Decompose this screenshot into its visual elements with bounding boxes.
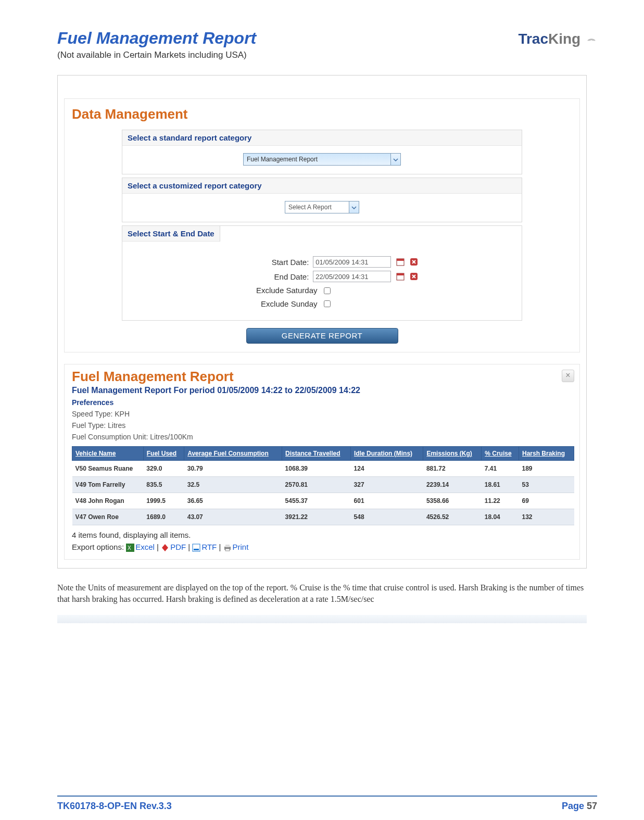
report-title: Fuel Management Report (72, 369, 574, 385)
table-cell: 2570.81 (282, 477, 351, 493)
table-cell: V50 Seamus Ruane (72, 461, 144, 477)
custom-report-select[interactable]: Select A Report (285, 201, 349, 213)
date-block-label: Select Start & End Date (122, 226, 220, 242)
logo-part1: Trac (518, 31, 548, 47)
table-cell: 43.07 (184, 509, 282, 525)
close-icon[interactable]: × (562, 370, 574, 382)
table-cell: 189 (519, 461, 574, 477)
calendar-icon[interactable] (396, 258, 405, 267)
table-cell: 2239.14 (423, 477, 482, 493)
date-block: Select Start & End Date Start Date: End … (122, 225, 522, 321)
table-header[interactable]: Emissions (Kg) (423, 447, 482, 461)
excel-icon: X (126, 544, 134, 552)
table-cell: 5455.37 (282, 493, 351, 509)
table-header[interactable]: Average Fuel Consumption (184, 447, 282, 461)
data-management-panel: Data Management Select a standard report… (64, 98, 580, 352)
svg-rect-9 (194, 549, 199, 550)
table-cell: 601 (351, 493, 423, 509)
screenshot-frame: Data Management Select a standard report… (57, 75, 587, 569)
table-cell: 7.41 (482, 461, 519, 477)
svg-rect-4 (397, 273, 404, 275)
table-cell: 3921.22 (282, 509, 351, 525)
export-pdf-link[interactable]: PDF (170, 543, 186, 551)
signal-icon (586, 30, 597, 46)
table-cell: 69 (519, 493, 574, 509)
logo-part2: King (548, 31, 580, 47)
brand-logo: TracKing (518, 31, 597, 47)
table-cell: 30.79 (184, 461, 282, 477)
exclude-saturday-checkbox[interactable] (324, 287, 331, 294)
standard-report-label: Select a standard report category (122, 130, 522, 146)
table-cell: 124 (351, 461, 423, 477)
table-cell: 4526.52 (423, 509, 482, 525)
table-row: V49 Tom Farrelly835.532.52570.813272239.… (72, 477, 574, 493)
calendar-icon[interactable] (396, 272, 405, 282)
table-cell: 11.22 (482, 493, 519, 509)
export-rtf-link[interactable]: RTF (201, 543, 217, 551)
footer-page-label: Page (562, 801, 587, 811)
table-cell: 36.65 (184, 493, 282, 509)
exclude-saturday-label: Exclude Saturday (234, 286, 322, 295)
export-options: Export options: XExcel | PDF | RTF | Pri… (72, 543, 574, 552)
standard-report-block: Select a standard report category Fuel M… (122, 130, 522, 174)
table-header[interactable]: Distance Travelled (282, 447, 351, 461)
svg-rect-12 (225, 549, 230, 551)
explanatory-note: Note the Units of measurement are displa… (57, 582, 587, 604)
table-cell: V49 Tom Farrelly (72, 477, 144, 493)
report-fuel-type: Fuel Type: Litres (72, 421, 574, 430)
table-cell: 327 (351, 477, 423, 493)
generate-report-button[interactable]: GENERATE REPORT (246, 328, 398, 344)
svg-text:X: X (128, 545, 131, 551)
table-header[interactable]: % Cruise (482, 447, 519, 461)
table-cell: 132 (519, 509, 574, 525)
print-icon (223, 544, 232, 552)
table-cell: 18.04 (482, 509, 519, 525)
export-prefix: Export options: (72, 543, 124, 551)
table-cell: 1999.5 (143, 493, 184, 509)
clear-date-icon[interactable] (409, 258, 419, 267)
clear-date-icon[interactable] (409, 272, 419, 282)
pdf-icon (161, 544, 169, 552)
end-date-label: End Date: (225, 272, 313, 281)
table-cell: 1068.39 (282, 461, 351, 477)
dm-heading: Data Management (65, 99, 579, 127)
page-footer: TK60178-8-OP-EN Rev.3.3 Page 57 (57, 796, 597, 812)
table-row: V48 John Rogan1999.536.655455.376015358.… (72, 493, 574, 509)
report-preferences-label: Preferences (72, 398, 574, 407)
chevron-down-icon[interactable] (391, 153, 401, 166)
table-cell: 1689.0 (143, 509, 184, 525)
svg-rect-11 (225, 545, 230, 547)
end-date-input[interactable] (313, 271, 391, 282)
table-row: V50 Seamus Ruane329.030.791068.39124881.… (72, 461, 574, 477)
table-cell: V47 Owen Roe (72, 509, 144, 525)
table-cell: 329.0 (143, 461, 184, 477)
table-cell: 53 (519, 477, 574, 493)
export-excel-link[interactable]: Excel (135, 543, 155, 551)
table-header[interactable]: Fuel Used (143, 447, 184, 461)
rtf-icon (192, 544, 200, 552)
svg-rect-1 (397, 259, 404, 261)
table-cell: V48 John Rogan (72, 493, 144, 509)
custom-report-label: Select a customized report category (122, 178, 522, 194)
report-period: Fuel Management Report For period 01/05/… (72, 386, 574, 395)
standard-report-select[interactable]: Fuel Management Report (243, 153, 391, 166)
report-panel: × Fuel Management Report Fuel Management… (64, 364, 580, 560)
report-speed-type: Speed Type: KPH (72, 410, 574, 418)
footer-page-number: 57 (587, 801, 597, 811)
table-header[interactable]: Idle Duration (Mins) (351, 447, 423, 461)
table-cell: 18.61 (482, 477, 519, 493)
pager-text: 4 items found, displaying all items. (72, 531, 574, 539)
page-subnote: (Not available in Certain Markets includ… (57, 50, 587, 60)
export-print-link[interactable]: Print (233, 543, 249, 551)
exclude-sunday-checkbox[interactable] (324, 300, 331, 307)
report-consumption-unit: Fuel Consumption Unit: Litres/100Km (72, 433, 574, 441)
footer-docid: TK60178-8-OP-EN Rev.3.3 (57, 801, 172, 812)
table-header[interactable]: Vehicle Name (72, 447, 144, 461)
decorative-gradient (57, 615, 587, 623)
table-header[interactable]: Harsh Braking (519, 447, 574, 461)
exclude-sunday-label: Exclude Sunday (234, 299, 322, 308)
table-cell: 5358.66 (423, 493, 482, 509)
chevron-down-icon[interactable] (349, 201, 359, 213)
start-date-input[interactable] (313, 256, 391, 268)
table-cell: 32.5 (184, 477, 282, 493)
